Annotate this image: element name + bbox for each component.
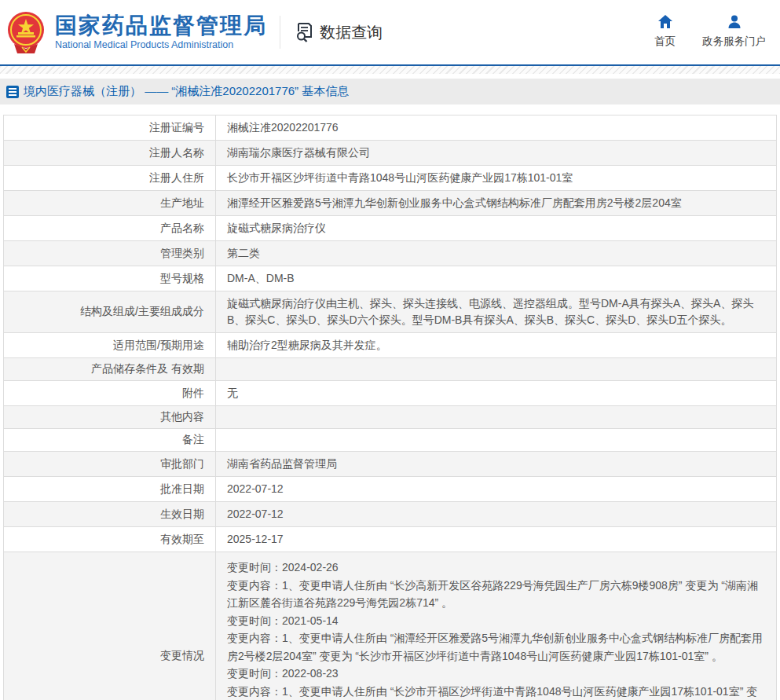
- row-label: 附件: [4, 381, 216, 405]
- row-value: 湘械注准20202201776: [216, 115, 776, 140]
- row-value: 湖南省药品监督管理局: [216, 452, 776, 476]
- row-value: 无: [216, 381, 776, 405]
- registration-info-table: 注册证编号 湘械注准20202201776 注册人名称 湖南瑞尔康医疗器械有限公…: [3, 115, 777, 700]
- change-line: 变更时间：2021-05-14: [227, 612, 764, 630]
- table-row: 注册人名称 湖南瑞尔康医疗器械有限公司: [4, 141, 776, 166]
- row-label: 管理类别: [4, 241, 216, 266]
- change-line: 变更时间：2022-08-23: [227, 665, 764, 683]
- change-line: 变更时间：2024-02-26: [227, 559, 764, 577]
- table-row: 结构及组成/主要组成成分 旋磁式糖尿病治疗仪由主机、探头、探头连接线、电源线、遥…: [4, 291, 776, 333]
- site-header: 国家药品监督管理局 National Medical Products Admi…: [0, 0, 780, 66]
- row-value: 2022-07-12: [216, 502, 776, 526]
- row-value: 旋磁式糖尿病治疗仪: [216, 216, 776, 240]
- org-name-en: National Medical Products Administration: [55, 39, 267, 50]
- document-search-icon: [295, 22, 315, 42]
- row-value: 2025-12-17: [216, 527, 776, 552]
- row-label: 生效日期: [4, 502, 216, 526]
- table-row: 型号规格 DM-A、DM-B: [4, 266, 776, 291]
- row-value: 第二类: [216, 241, 776, 266]
- row-label: 产品储存条件及 有效期: [4, 358, 216, 380]
- table-row-change-history: 变更情况 变更时间：2024-02-26 变更内容：1、变更申请人住所由 “长沙…: [4, 552, 776, 700]
- row-label: 产品名称: [4, 216, 216, 240]
- table-row: 注册人住所 长沙市开福区沙坪街道中青路1048号山河医药健康产业园17栋101-…: [4, 166, 776, 191]
- table-row: 产品储存条件及 有效期: [4, 358, 776, 381]
- header-divider: [280, 16, 280, 49]
- change-line: 变更内容：1、变更申请人住所由 “长沙市开福区沙坪街道中青路1048号山河医药健…: [227, 683, 764, 700]
- row-label: 生产地址: [4, 191, 216, 215]
- header-nav: 首页 政务服务门户: [654, 14, 766, 49]
- hatched-divider: [0, 66, 780, 74]
- row-label: 适用范围/预期用途: [4, 333, 216, 357]
- row-label: 其他内容: [4, 406, 216, 428]
- row-label: 有效期至: [4, 527, 216, 552]
- user-icon: [727, 14, 742, 30]
- change-line: 变更内容：1、变更申请人住所由 “长沙高新开发区谷苑路229号海凭园生产厂房六栋…: [227, 577, 764, 612]
- nav-item-portal[interactable]: 政务服务门户: [702, 14, 766, 49]
- row-label: 注册证编号: [4, 115, 216, 140]
- change-history-lines: 变更时间：2024-02-26 变更内容：1、变更申请人住所由 “长沙高新开发区…: [227, 556, 764, 700]
- table-row: 备注: [4, 429, 776, 452]
- row-label: 审批部门: [4, 452, 216, 476]
- nmpa-logo: 国家药品监督管理局 National Medical Products Admi…: [0, 11, 267, 53]
- row-value: 辅助治疗2型糖尿病及其并发症。: [216, 333, 776, 357]
- nav-item-home[interactable]: 首页: [654, 14, 676, 49]
- row-value: 湖南瑞尔康医疗器械有限公司: [216, 141, 776, 165]
- nav-item-label: 政务服务门户: [702, 35, 766, 49]
- change-line: 变更内容：1、变更申请人住所由 “湘潭经开区雅爱路5号湘潭九华创新创业服务中心盒…: [227, 629, 764, 665]
- row-label: 结构及组成/主要组成成分: [4, 291, 216, 332]
- table-row: 审批部门 湖南省药品监督管理局: [4, 452, 776, 477]
- row-value: 变更时间：2024-02-26 变更内容：1、变更申请人住所由 “长沙高新开发区…: [216, 552, 776, 700]
- table-row: 生产地址 湘潭经开区雅爱路5号湘潭九华创新创业服务中心盒式钢结构标准厂房配套用房…: [4, 191, 776, 216]
- breadcrumb: 境内医疗器械（注册） —— “湘械注准20202201776” 基本信息: [0, 79, 780, 104]
- table-row: 适用范围/预期用途 辅助治疗2型糖尿病及其并发症。: [4, 333, 776, 358]
- table-row: 管理类别 第二类: [4, 241, 776, 266]
- row-value: [216, 358, 776, 380]
- breadcrumb-text: 境内医疗器械（注册） —— “湘械注准20202201776” 基本信息: [24, 84, 349, 99]
- table-row: 其他内容: [4, 406, 776, 429]
- table-row: 生效日期 2022-07-12: [4, 502, 776, 527]
- row-label: 变更情况: [4, 552, 216, 700]
- row-label: 注册人名称: [4, 141, 216, 165]
- list-icon: [6, 86, 19, 98]
- row-value: 湘潭经开区雅爱路5号湘潭九华创新创业服务中心盒式钢结构标准厂房配套用房2号楼2层…: [216, 191, 776, 215]
- row-value: 旋磁式糖尿病治疗仪由主机、探头、探头连接线、电源线、遥控器组成。型号DM-A具有…: [216, 291, 776, 332]
- data-query-nav[interactable]: 数据查询: [295, 22, 383, 43]
- national-emblem-icon: [6, 11, 46, 53]
- row-value: DM-A、DM-B: [216, 266, 776, 291]
- data-query-label: 数据查询: [320, 22, 383, 43]
- table-row: 附件 无: [4, 381, 776, 406]
- org-name-cn: 国家药品监督管理局: [55, 14, 267, 38]
- row-value: [216, 406, 776, 428]
- row-label: 备注: [4, 429, 216, 451]
- table-row: 有效期至 2025-12-17: [4, 527, 776, 552]
- row-label: 批准日期: [4, 477, 216, 501]
- row-label: 型号规格: [4, 266, 216, 291]
- home-icon: [657, 14, 673, 30]
- table-row: 注册证编号 湘械注准20202201776: [4, 115, 776, 141]
- table-row: 产品名称 旋磁式糖尿病治疗仪: [4, 216, 776, 241]
- table-row: 批准日期 2022-07-12: [4, 477, 776, 502]
- row-value: [216, 429, 776, 451]
- row-value: 2022-07-12: [216, 477, 776, 501]
- row-value: 长沙市开福区沙坪街道中青路1048号山河医药健康产业园17栋101-01室: [216, 166, 776, 190]
- row-label: 注册人住所: [4, 166, 216, 190]
- nav-item-label: 首页: [654, 35, 676, 49]
